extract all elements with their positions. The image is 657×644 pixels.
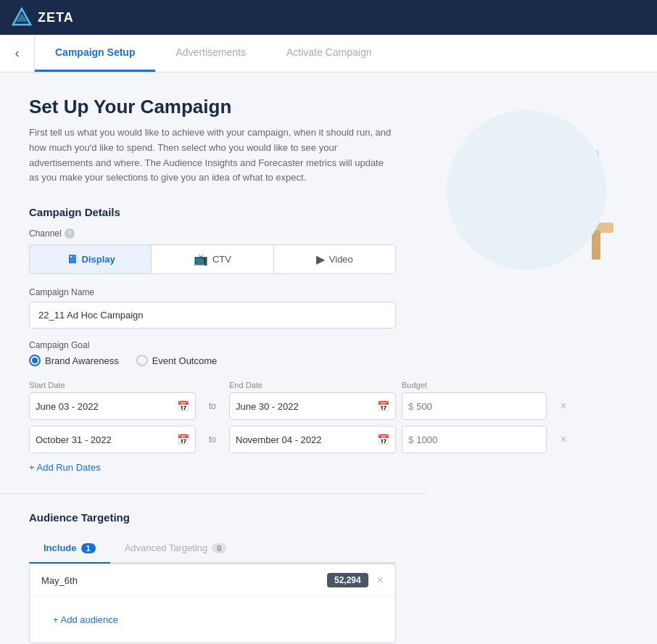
channel-help-icon[interactable]: ? xyxy=(65,228,75,239)
channel-tab-ctv[interactable]: 📺 CTV xyxy=(152,245,273,273)
add-audience-button[interactable]: + Add audience xyxy=(41,606,130,634)
step-activate-campaign[interactable]: Activate Campaign xyxy=(266,35,392,72)
brand-awareness-radio[interactable] xyxy=(29,355,41,366)
end-date-input-1[interactable]: 📅 xyxy=(229,392,396,420)
svg-rect-13 xyxy=(592,231,600,260)
start-cal-icon-1[interactable]: 📅 xyxy=(177,400,189,412)
start-cal-icon-2[interactable]: 📅 xyxy=(177,434,189,445)
start-date-input-2[interactable]: 📅 xyxy=(29,426,196,453)
audience-targeting-section: Audience Targeting Include 1 Advanced Ta… xyxy=(29,511,396,643)
audience-row: May_6th 52,294 × xyxy=(30,564,395,597)
end-date-input-2[interactable]: 📅 xyxy=(229,426,396,453)
goal-event-outcome[interactable]: Event Outcome xyxy=(136,355,218,366)
main-content: Set Up Your Campaign First tell us what … xyxy=(0,73,657,644)
topbar: ZETA xyxy=(0,0,657,35)
audience-name: May_6th xyxy=(41,575,327,586)
campaign-name-label: Campaign Name xyxy=(29,287,396,297)
campaign-goal-group: Campaign Goal Brand Awareness Event Outc… xyxy=(29,340,396,366)
steps-bar: ‹ Campaign Setup Advertisements Activate… xyxy=(0,35,657,73)
campaign-goal-radio-group: Brand Awareness Event Outcome xyxy=(29,355,396,366)
channel-label: Channel ? xyxy=(29,228,396,239)
audience-tab-advanced[interactable]: Advanced Targeting 0 xyxy=(110,534,241,564)
campaign-name-input[interactable] xyxy=(29,302,396,329)
section-divider xyxy=(0,493,425,494)
display-icon: 🖥 xyxy=(66,253,78,266)
goal-brand-awareness[interactable]: Brand Awareness xyxy=(29,355,119,366)
audience-table: May_6th 52,294 × + Add audience xyxy=(29,564,396,643)
step-advertisements[interactable]: Advertisements xyxy=(155,35,265,72)
include-badge: 1 xyxy=(81,543,96,553)
start-date-field-2[interactable] xyxy=(36,434,177,445)
channel-tabs: 🖥 Display 📺 CTV ▶ Video xyxy=(29,244,396,274)
run-dates-row-1: 📅 to 📅 $ × xyxy=(29,392,396,420)
remove-audience-button[interactable]: × xyxy=(377,574,384,587)
campaign-goal-label: Campaign Goal xyxy=(29,340,396,350)
end-date-field-2[interactable] xyxy=(236,434,377,445)
start-date-field-1[interactable] xyxy=(36,401,177,412)
add-audience-row: + Add audience xyxy=(30,597,395,643)
to-label-1: to xyxy=(202,401,223,411)
end-cal-icon-2[interactable]: 📅 xyxy=(377,434,389,445)
run-dates-header: Start Date End Date Budget xyxy=(29,381,396,389)
step-campaign-setup[interactable]: Campaign Setup xyxy=(35,35,155,72)
budget-dollar-1: $ xyxy=(408,401,413,412)
budget-dollar-2: $ xyxy=(408,434,413,445)
logo-text: ZETA xyxy=(38,10,74,25)
end-date-field-1[interactable] xyxy=(236,401,377,412)
zeta-logo-icon xyxy=(12,7,32,28)
advanced-badge: 0 xyxy=(212,543,226,553)
event-outcome-radio[interactable] xyxy=(136,355,148,366)
ctv-icon: 📺 xyxy=(194,252,208,266)
channel-tab-display[interactable]: 🖥 Display xyxy=(30,245,152,273)
left-panel: Set Up Your Campaign First tell us what … xyxy=(29,96,396,643)
audience-tab-include[interactable]: Include 1 xyxy=(29,534,110,564)
illustration-circle xyxy=(447,110,606,270)
to-label-2: to xyxy=(202,434,223,445)
channel-tab-video[interactable]: ▶ Video xyxy=(274,245,395,273)
campaign-name-group: Campaign Name xyxy=(29,287,396,329)
audience-tabs: Include 1 Advanced Targeting 0 xyxy=(29,534,396,564)
end-date-header: End Date xyxy=(229,381,396,389)
right-panel xyxy=(425,96,628,643)
logo: ZETA xyxy=(12,7,74,28)
page-title: Set Up Your Campaign xyxy=(29,96,396,118)
back-button[interactable]: ‹ xyxy=(0,35,35,72)
audience-targeting-title: Audience Targeting xyxy=(29,511,396,524)
run-dates-row-2: 📅 to 📅 $ × xyxy=(29,426,396,453)
add-run-dates-button[interactable]: + Add Run Dates xyxy=(29,459,101,476)
illustration xyxy=(432,96,621,284)
end-cal-icon-1[interactable]: 📅 xyxy=(377,400,389,412)
start-date-input-1[interactable]: 📅 xyxy=(29,392,196,420)
campaign-details-title: Campaign Details xyxy=(29,206,396,218)
video-icon: ▶ xyxy=(316,252,325,266)
audience-count: 52,294 xyxy=(327,573,368,587)
page-description: First tell us what you would like to ach… xyxy=(29,125,396,186)
start-date-header: Start Date xyxy=(29,381,196,389)
